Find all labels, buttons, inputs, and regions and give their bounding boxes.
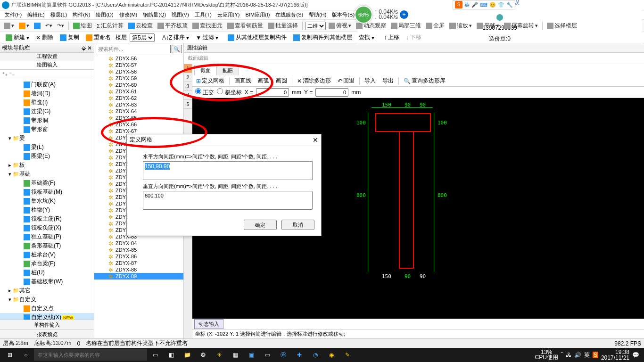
app-icon-8[interactable]: ✚ [291,348,307,362]
menu-floor[interactable]: 楼层(L) [48,11,70,18]
import-button[interactable]: 导入 [363,76,378,86]
app-icon-3[interactable]: ❂ [195,348,211,362]
menu-view[interactable]: 视图(V) [169,11,192,18]
nav-tab-settings[interactable]: 工程设置 [0,53,94,61]
component-item[interactable]: ✲ZDYX-64 [94,108,183,115]
rotate-button[interactable]: 屏幕旋转▾ [502,21,540,31]
undo-poly-button[interactable]: ↶ 回退 [336,76,356,86]
menu-file[interactable]: 文件(F) [2,11,25,18]
define-grid-button[interactable]: ⊞ 定义网格 [194,76,226,86]
tray-sogou-icon[interactable]: S [593,352,598,358]
component-item[interactable]: ✲ZDYX-85 [94,247,183,253]
nav-tab-draw[interactable]: 绘图输入 [0,61,94,70]
draw-button[interactable]: 绘图 [71,21,94,31]
tree-item[interactable]: 带形窗 [0,125,94,134]
fullscreen-button[interactable]: 全屏 [424,21,446,31]
tree-item[interactable]: 承台梁(F) [0,259,94,268]
sort-button[interactable]: A↓Z 排序▾ [160,33,191,42]
app-icon-11[interactable]: ✎ [339,348,355,362]
redo-button[interactable]: ↷▾ [55,22,66,30]
component-item[interactable]: ✲ZDYX-56 [94,55,183,62]
component-item[interactable]: ✲ZDYX-67 [94,128,183,134]
component-item[interactable]: ✲ZDYX-88 [94,266,183,273]
x-input[interactable] [256,88,289,97]
view-rebar-button[interactable]: 查看钢筋量 [225,21,265,31]
batch-select-button[interactable]: 批量选择 [266,21,300,31]
find-elem-button[interactable]: 查找图元 [190,21,224,31]
query-lib-button[interactable]: 🔍 查询多边形库 [402,76,447,86]
dimension-select[interactable]: 二维 [305,22,326,30]
tree-item[interactable]: 梁(L) [0,143,94,152]
app-icon-5[interactable]: ▦ [227,348,243,362]
dialog-close-button[interactable]: ✕ [313,136,318,144]
open-button[interactable]: ▾ [17,22,31,30]
draw-line-button[interactable]: 画直线 [232,76,253,86]
copy-from-floor-button[interactable]: 从其他楼层复制构件 [226,33,289,42]
app-icon-4[interactable]: ☀ [211,348,227,362]
v-spacing-input[interactable] [143,191,313,210]
tree-group-other[interactable]: ▸ 📁 其它 [0,286,94,295]
task-view-icon[interactable]: ▭ [147,348,163,362]
copy-to-floor-button[interactable]: 复制构件到其他楼层 [291,33,354,42]
tray-up-icon[interactable]: ˆ [561,352,563,358]
ime-lang[interactable]: 英 [464,1,470,8]
app-icon-9[interactable]: ◔ [307,348,323,362]
menu-bim[interactable]: BIM应用(I) [243,11,273,18]
cortana-icon[interactable]: ○ [18,348,34,362]
menu-online[interactable]: 在线服务(S) [272,11,306,18]
new-file-button[interactable]: ▾ [2,22,16,30]
menu-cloud[interactable]: 云应用(Y) [215,11,243,18]
sum-button[interactable]: Σ 汇总计算 [95,21,125,31]
ime-kbd-icon[interactable]: ⌨ [480,2,487,8]
tree-item[interactable]: 墙洞(D) [0,89,94,98]
cloud-check-button[interactable]: 云检查 [126,21,155,31]
tree-item-custom-line[interactable]: 自定义线(X)NEW [0,313,94,320]
search-input[interactable] [96,45,171,53]
perf-plus-icon[interactable]: + [400,10,408,19]
tray-net-icon[interactable]: 🖧 [566,352,571,358]
report-preview-button[interactable]: 报表预览 [0,329,94,338]
tree-item[interactable]: 基础板带(W) [0,277,94,286]
tree-group-beam[interactable]: ▾ 📁 梁 [0,134,94,143]
tree-item[interactable]: 圈梁(E) [0,152,94,161]
menu-component[interactable]: 构件(N) [70,11,93,18]
delete-button[interactable]: ✕ 删除 [34,33,55,42]
ok-button[interactable]: 确定 [244,220,277,230]
tree-item[interactable]: 桩(U) [0,268,94,277]
app-icon-1[interactable]: ◧ [163,348,179,362]
h-spacing-input[interactable]: 150,90,90 [143,161,313,180]
flat-top-button[interactable]: 平齐板顶 [156,21,190,31]
tree-item[interactable]: 筏板主筋(R) [0,214,94,223]
move-down-button[interactable]: ↓ 下移 [404,33,423,42]
clear-poly-button[interactable]: ✕ 清除多边形 [295,76,333,86]
component-item[interactable]: ✲ZDYX-60 [94,82,183,88]
app-icon-2[interactable]: 📁 [179,348,195,362]
component-item[interactable]: ✲ZDYX-89 [94,273,183,280]
tree-item[interactable]: 基础梁(F) [0,179,94,188]
draw-circle-button[interactable]: 画圆 [274,76,289,86]
floor-select[interactable]: 第5层 [130,33,155,42]
ie-icon[interactable]: ⓔ [275,348,291,362]
tray-ime-icon[interactable]: 英 [584,351,590,359]
tree-group-custom[interactable]: ▾ 📁 自定义 [0,295,94,304]
tree-item[interactable]: 筏板负筋(X) [0,223,94,232]
menu-draw[interactable]: 绘图(D) [93,11,116,18]
ortho-radio[interactable]: 正交 [195,88,214,97]
nav-pin-icon[interactable]: ⬙ ✕ [82,45,92,51]
app-icon-10[interactable]: ◉ [323,348,339,362]
tree-item[interactable]: 筏板基础(M) [0,188,94,197]
component-item[interactable]: ✲ZDYX-84 [94,240,183,247]
pan-button[interactable]: 平移▾ [475,21,501,31]
taskbar-search[interactable]: 在这里输入你要搜索的内容 [34,349,147,361]
perf-overlay[interactable]: 68% ↑ 0.04K/s ↓ 0.04K/s + [355,6,408,24]
component-item[interactable]: ✲ZDYX-61 [94,88,183,95]
save-button[interactable] [32,22,42,30]
notification-icon[interactable]: 💬 [632,352,639,358]
polar-radio[interactable]: 极坐标 [217,88,241,97]
component-item[interactable]: ✲ZDYX-58 [94,68,183,75]
tree-item[interactable]: 独立基础(P) [0,232,94,241]
undo-button[interactable]: ↶▾ [43,22,54,30]
app-icon-7[interactable]: ▭ [259,348,275,362]
tree-item[interactable]: 集水坑(K) [0,197,94,206]
menu-edit[interactable]: 编辑(E) [25,11,48,18]
